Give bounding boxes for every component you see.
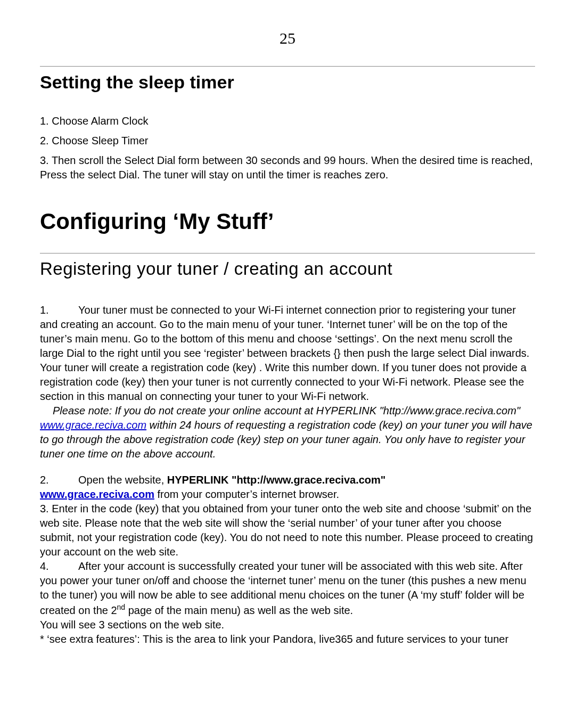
heading-sleep-timer: Setting the sleep timer — [40, 72, 535, 93]
p2-tail: from your computer’s internet browser. — [154, 488, 339, 500]
p4-text-b: page of the main menu) as well as the we… — [125, 604, 353, 616]
heading-registering-tuner: Registering your tuner / creating an acc… — [40, 259, 535, 279]
register-paragraph-4: 4.After your account is successfully cre… — [40, 559, 535, 618]
note-hyperlink[interactable]: www.grace.reciva.com — [40, 419, 146, 431]
p2-hyperlink[interactable]: www.grace.reciva.com — [40, 488, 154, 500]
register-please-note: Please note: If you do not create your o… — [40, 404, 535, 461]
sleep-step-3: 3. Then scroll the Select Dial form betw… — [40, 153, 535, 182]
note-lead-text: Please note: If you do not create your o… — [53, 405, 520, 416]
list-number-2: 2. — [40, 473, 78, 487]
register-p1-text: Your tuner must be connected to your Wi-… — [40, 304, 529, 402]
page-number: 25 — [40, 29, 535, 47]
heading-configuring-my-stuff: Configuring ‘My Stuff’ — [40, 209, 535, 234]
p2-lead: Open the website, — [78, 474, 167, 486]
register-paragraph-3: 3. Enter in the code (key) that you obta… — [40, 502, 535, 559]
p2-hyperlink-label: HYPERLINK "http://www.grace.reciva.com" — [167, 474, 386, 486]
list-number-4: 4. — [40, 559, 78, 574]
section-divider — [40, 66, 535, 67]
section-divider — [40, 253, 535, 253]
sleep-step-1: 1. Choose Alarm Clock — [40, 114, 535, 128]
register-paragraph-5: You will see 3 sections on the web site. — [40, 618, 535, 632]
sleep-step-2: 2. Choose Sleep Timer — [40, 134, 535, 148]
p4-superscript: nd — [117, 603, 126, 611]
register-paragraph-6: * ‘see extra features’: This is the area… — [40, 632, 535, 647]
register-paragraph-2: 2.Open the website, HYPERLINK "http://ww… — [40, 473, 535, 502]
register-paragraph-1: 1.Your tuner must be connected to your W… — [40, 303, 535, 404]
list-number-1: 1. — [40, 303, 78, 317]
document-page: 25 Setting the sleep timer 1. Choose Ala… — [0, 0, 575, 678]
